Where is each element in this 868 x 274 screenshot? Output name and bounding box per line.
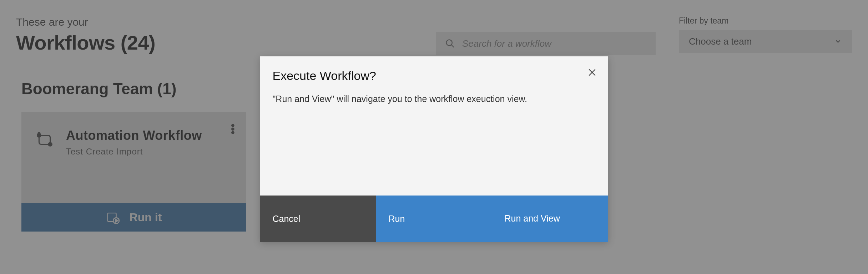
modal-overlay[interactable]: Execute Workflow? "Run and View" will na… — [0, 0, 868, 274]
modal-footer: Cancel Run Run and View — [260, 196, 608, 242]
close-icon[interactable] — [587, 67, 597, 78]
run-and-view-button[interactable]: Run and View — [492, 196, 608, 242]
cancel-button[interactable]: Cancel — [260, 196, 376, 242]
modal-body: Execute Workflow? "Run and View" will na… — [260, 56, 608, 196]
modal-title: Execute Workflow? — [273, 69, 596, 83]
run-button[interactable]: Run — [376, 196, 492, 242]
modal-description: "Run and View" will navigate you to the … — [273, 93, 596, 105]
execute-workflow-modal: Execute Workflow? "Run and View" will na… — [260, 56, 608, 242]
